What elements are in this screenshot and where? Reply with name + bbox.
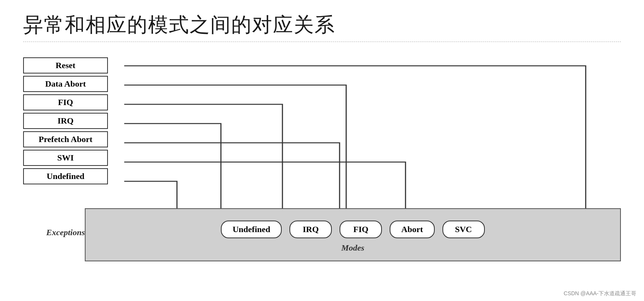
title-divider bbox=[23, 42, 621, 42]
exc-box-prefetch-abort: Prefetch Abort bbox=[23, 131, 108, 147]
exc-box-irq: IRQ bbox=[23, 113, 108, 129]
diagram-area: Reset Data Abort FIQ IRQ Prefetch Abort … bbox=[23, 54, 621, 269]
exceptions-label: Exceptions bbox=[46, 227, 85, 237]
main-title: 异常和相应的模式之间的对应关系 bbox=[23, 12, 621, 38]
mode-box-abort: Abort bbox=[390, 221, 434, 238]
modes-inner: Undefined IRQ FIQ Abort SVC bbox=[97, 221, 609, 238]
modes-label: Modes bbox=[97, 243, 609, 253]
exc-box-swi: SWI bbox=[23, 150, 108, 166]
exc-box-fiq: FIQ bbox=[23, 94, 108, 110]
mode-box-svc: SVC bbox=[442, 221, 485, 238]
mode-box-undefined: Undefined bbox=[221, 221, 282, 238]
exc-box-data-abort: Data Abort bbox=[23, 76, 108, 92]
modes-container: Undefined IRQ FIQ Abort SVC Modes bbox=[85, 208, 621, 261]
left-boxes: Reset Data Abort FIQ IRQ Prefetch Abort … bbox=[23, 57, 108, 187]
watermark: CSDN @AAA-下水道疏通王哥 bbox=[564, 290, 636, 297]
mode-box-irq: IRQ bbox=[289, 221, 332, 238]
mode-box-fiq: FIQ bbox=[340, 221, 382, 238]
exc-box-undefined: Undefined bbox=[23, 168, 108, 184]
exc-box-reset: Reset bbox=[23, 57, 108, 74]
page-container: 异常和相应的模式之间的对应关系 Reset Data Abort FIQ IRQ… bbox=[0, 0, 644, 301]
